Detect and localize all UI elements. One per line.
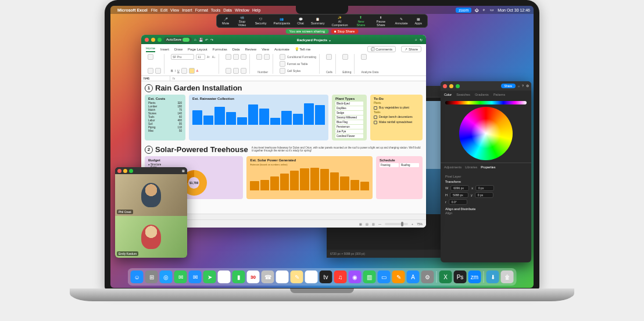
name-box[interactable]: N46 — [141, 76, 170, 81]
minimize-button[interactable] — [151, 38, 155, 42]
tab-patterns[interactable]: Patterns — [493, 93, 505, 96]
zoom-button[interactable] — [456, 84, 460, 88]
italic-button[interactable]: I — [175, 69, 176, 73]
ribbon-tab-tell-me[interactable]: 💡 Tell me — [295, 47, 311, 51]
dock-pixelmator-icon[interactable]: Ps — [454, 270, 467, 283]
comments-button[interactable]: 💬 Comments — [367, 46, 396, 52]
dock-appstore-icon[interactable]: A — [407, 270, 420, 283]
format-as-table-button[interactable]: Format as Table — [287, 62, 308, 66]
help-icon[interactable]: ? — [522, 84, 524, 88]
dock-reminders-icon[interactable]: ☑ — [276, 270, 289, 283]
zoom-summary-button[interactable]: 📋Summary — [308, 15, 328, 27]
ribbon-tab-insert[interactable]: Insert — [160, 48, 169, 51]
paste-button[interactable] — [148, 54, 153, 60]
ribbon-tab-page-layout[interactable]: Page Layout — [188, 48, 207, 51]
view-normal-icon[interactable]: ▦ — [359, 222, 362, 226]
cond-format-icon[interactable] — [280, 54, 285, 60]
fill-color-button[interactable] — [189, 68, 195, 74]
dock-launchpad-icon[interactable]: ⊞ — [145, 270, 158, 283]
dock-messages-icon[interactable]: ✉ — [174, 270, 187, 283]
comma-icon[interactable] — [264, 54, 270, 60]
zoom-pause-share-button[interactable]: ⏸Pause Share — [371, 15, 391, 27]
view-layout-icon[interactable]: ▤ — [366, 222, 368, 226]
menu-tools[interactable]: Tools — [211, 8, 220, 12]
checkbox[interactable] — [374, 121, 377, 124]
undo-icon[interactable]: ↶ — [205, 38, 208, 42]
zoom-annotate-button[interactable]: ✎Annotate — [392, 15, 410, 27]
percent-icon[interactable] — [256, 54, 262, 60]
color-wheel[interactable] — [459, 107, 513, 160]
dock-tv-icon[interactable]: tv — [320, 270, 332, 283]
zoom-slider[interactable] — [385, 223, 408, 225]
align-center-icon[interactable] — [233, 68, 239, 74]
align-top-icon[interactable] — [226, 54, 231, 60]
zoom-menubar-pill[interactable]: zoom — [456, 8, 471, 13]
checkbox[interactable] — [374, 116, 377, 119]
zoom-stop-video-button[interactable]: 📹Stop Video — [233, 15, 251, 27]
tab-properties[interactable]: Properties — [481, 165, 495, 169]
ribbon-tab-automate[interactable]: Automate — [274, 48, 289, 51]
tab-swatches[interactable]: Swatches — [456, 93, 470, 96]
ribbon-tab-draw[interactable]: Draw — [174, 48, 183, 51]
align-middle-icon[interactable] — [233, 54, 239, 60]
dock-pages-icon[interactable]: ✎ — [392, 270, 405, 283]
zoom-security-button[interactable]: 🛡Security — [252, 15, 270, 27]
share-button[interactable]: Share — [501, 84, 516, 88]
cut-icon[interactable] — [148, 68, 153, 74]
battery-icon[interactable]: ▭ — [490, 8, 494, 12]
width-field[interactable]: 6096 px — [450, 185, 469, 191]
rotation-field[interactable]: 0.0° — [449, 199, 467, 205]
menu-insert[interactable]: Insert — [182, 8, 192, 12]
dock-calendar-icon[interactable]: 30 — [247, 270, 260, 283]
menu-help[interactable]: Help — [252, 8, 260, 12]
ribbon-tab-view[interactable]: View — [262, 48, 269, 51]
cell-styles-button[interactable]: Cell Styles — [287, 69, 301, 73]
conditional-formatting-button[interactable]: Conditional Formatting — [287, 55, 316, 59]
dock-photos-icon[interactable]: ✿ — [218, 270, 231, 283]
close-button[interactable] — [443, 84, 447, 88]
ribbon-tab-formulas[interactable]: Formulas — [213, 48, 227, 51]
analyze-icon[interactable] — [361, 54, 367, 60]
dock-keynote-icon[interactable]: ▭ — [378, 270, 391, 283]
bold-button[interactable]: B — [171, 69, 173, 73]
menu-format[interactable]: Format — [195, 8, 208, 12]
wifi-icon[interactable]: ᯤ — [482, 8, 486, 12]
tab-gradients[interactable]: Gradients — [475, 93, 489, 96]
y-field[interactable]: 0 px — [475, 192, 493, 198]
cell-styles-icon[interactable] — [280, 68, 285, 74]
zoom-ai-companion-button[interactable]: ✨AI Companion — [328, 15, 350, 27]
align-left-icon[interactable] — [226, 68, 231, 74]
grid-view-icon[interactable]: ▦ — [182, 169, 185, 172]
control-center-icon[interactable]: ⏻ — [475, 8, 479, 12]
dock-trash-icon[interactable]: 🗑 — [501, 270, 514, 283]
ribbon-tab-home[interactable]: Home — [146, 46, 155, 52]
dock-excel-icon[interactable]: X — [439, 270, 452, 283]
menu-window[interactable]: Window — [235, 8, 249, 12]
participant-tile[interactable]: Phil Crest — [115, 174, 187, 216]
dock-settings-icon[interactable]: ⚙ — [421, 270, 434, 283]
tab-libraries[interactable]: Libraries — [465, 165, 477, 169]
border-button[interactable] — [181, 68, 187, 74]
underline-button[interactable]: U — [177, 69, 180, 73]
format-table-icon[interactable] — [280, 61, 285, 67]
dock-finder-icon[interactable]: ☺ — [131, 270, 144, 283]
align-bottom-icon[interactable] — [241, 54, 246, 60]
menu-view[interactable]: View — [170, 8, 179, 12]
height-field[interactable]: 5088 px — [450, 192, 468, 198]
ribbon-tab-review[interactable]: Review — [245, 48, 256, 51]
checkbox[interactable] — [374, 106, 377, 110]
app-name[interactable]: Microsoft Excel — [117, 8, 148, 12]
share-button[interactable]: ↗ Share — [401, 46, 421, 52]
dock-zoom-icon[interactable]: zm — [468, 270, 481, 283]
zoom-new-share-button[interactable]: ⬆New Share — [352, 15, 370, 27]
decrease-font-icon[interactable]: A↓ — [212, 55, 216, 59]
redo-icon[interactable]: ↷ — [210, 38, 213, 42]
minimize-button[interactable] — [123, 169, 127, 173]
align-right-icon[interactable] — [241, 68, 246, 74]
history-icon[interactable]: ↻ — [420, 38, 423, 42]
zoom-button[interactable] — [129, 169, 133, 173]
copy-icon[interactable] — [155, 68, 161, 74]
dock-numbers-icon[interactable]: ▥ — [363, 270, 376, 283]
insert-cells-icon[interactable] — [326, 54, 332, 60]
menu-file[interactable]: File — [151, 8, 158, 12]
